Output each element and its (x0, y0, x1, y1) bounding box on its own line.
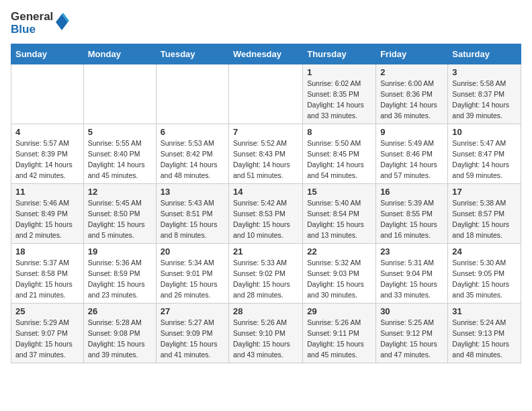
calendar-cell: 22Sunrise: 5:32 AMSunset: 9:03 PMDayligh… (303, 244, 376, 304)
calendar-cell: 31Sunrise: 5:24 AMSunset: 9:13 PMDayligh… (448, 304, 521, 363)
day-number: 8 (307, 127, 371, 137)
day-info: Sunrise: 5:49 AMSunset: 8:46 PMDaylight:… (380, 138, 443, 181)
day-info: Sunrise: 5:34 AMSunset: 9:01 PMDaylight:… (161, 258, 224, 300)
day-number: 10 (452, 127, 517, 137)
day-number: 13 (161, 187, 224, 197)
calendar-cell (156, 64, 228, 124)
day-number: 15 (307, 187, 371, 197)
day-info: Sunrise: 5:53 AMSunset: 8:42 PMDaylight:… (161, 138, 224, 181)
calendar-cell: 19Sunrise: 5:36 AMSunset: 8:59 PMDayligh… (83, 244, 156, 304)
day-info: Sunrise: 5:50 AMSunset: 8:45 PMDaylight:… (307, 138, 371, 181)
day-info: Sunrise: 5:55 AMSunset: 8:40 PMDaylight:… (88, 138, 152, 181)
day-info: Sunrise: 5:58 AMSunset: 8:37 PMDaylight:… (452, 79, 517, 121)
day-info: Sunrise: 5:37 AMSunset: 8:58 PMDaylight:… (15, 258, 79, 300)
day-info: Sunrise: 5:24 AMSunset: 9:13 PMDaylight:… (452, 318, 517, 360)
calendar-cell (229, 64, 303, 124)
calendar-cell: 29Sunrise: 5:26 AMSunset: 9:11 PMDayligh… (303, 304, 376, 363)
day-number: 12 (88, 187, 152, 197)
calendar-cell: 17Sunrise: 5:38 AMSunset: 8:57 PMDayligh… (448, 184, 521, 244)
col-header-thursday: Thursday (303, 44, 376, 64)
calendar-cell: 7Sunrise: 5:52 AMSunset: 8:43 PMDaylight… (229, 124, 303, 184)
page-header: General Blue (11, 11, 521, 36)
day-info: Sunrise: 5:30 AMSunset: 9:05 PMDaylight:… (452, 258, 517, 300)
calendar-cell: 16Sunrise: 5:39 AMSunset: 8:55 PMDayligh… (376, 184, 448, 244)
day-number: 24 (452, 246, 517, 257)
day-number: 27 (161, 306, 224, 316)
svg-marker-0 (56, 14, 68, 30)
col-header-monday: Monday (83, 44, 156, 64)
calendar-cell: 11Sunrise: 5:46 AMSunset: 8:49 PMDayligh… (11, 184, 84, 244)
day-info: Sunrise: 6:02 AMSunset: 8:35 PMDaylight:… (307, 79, 371, 121)
calendar-cell: 26Sunrise: 5:28 AMSunset: 9:08 PMDayligh… (83, 304, 156, 363)
day-info: Sunrise: 5:36 AMSunset: 8:59 PMDaylight:… (88, 258, 152, 300)
day-number: 31 (452, 306, 517, 316)
day-info: Sunrise: 6:00 AMSunset: 8:36 PMDaylight:… (380, 79, 443, 121)
day-info: Sunrise: 5:39 AMSunset: 8:55 PMDaylight:… (380, 198, 443, 240)
calendar-cell: 14Sunrise: 5:42 AMSunset: 8:53 PMDayligh… (229, 184, 303, 244)
day-number: 4 (15, 127, 79, 137)
day-number: 30 (380, 306, 443, 316)
col-header-tuesday: Tuesday (156, 44, 228, 64)
day-info: Sunrise: 5:46 AMSunset: 8:49 PMDaylight:… (15, 198, 79, 240)
calendar-table: SundayMondayTuesdayWednesdayThursdayFrid… (11, 44, 521, 363)
day-info: Sunrise: 5:31 AMSunset: 9:04 PMDaylight:… (380, 258, 443, 300)
day-number: 18 (15, 246, 79, 257)
day-info: Sunrise: 5:38 AMSunset: 8:57 PMDaylight:… (452, 198, 517, 240)
calendar-cell: 28Sunrise: 5:26 AMSunset: 9:10 PMDayligh… (229, 304, 303, 363)
calendar-cell: 5Sunrise: 5:55 AMSunset: 8:40 PMDaylight… (83, 124, 156, 184)
calendar-cell: 10Sunrise: 5:47 AMSunset: 8:47 PMDayligh… (448, 124, 521, 184)
day-number: 17 (452, 187, 517, 197)
day-info: Sunrise: 5:43 AMSunset: 8:51 PMDaylight:… (161, 198, 224, 240)
day-number: 5 (88, 127, 152, 137)
day-number: 21 (233, 246, 298, 257)
day-number: 23 (380, 246, 443, 257)
day-number: 28 (233, 306, 298, 316)
day-info: Sunrise: 5:42 AMSunset: 8:53 PMDaylight:… (233, 198, 298, 240)
col-header-saturday: Saturday (448, 44, 521, 64)
logo-general: General (11, 11, 53, 24)
day-number: 25 (15, 306, 79, 316)
day-info: Sunrise: 5:25 AMSunset: 9:12 PMDaylight:… (380, 318, 443, 360)
day-number: 14 (233, 187, 298, 197)
day-number: 9 (380, 127, 443, 137)
calendar-cell: 12Sunrise: 5:45 AMSunset: 8:50 PMDayligh… (83, 184, 156, 244)
day-number: 26 (88, 306, 152, 316)
day-number: 20 (161, 246, 224, 257)
calendar-cell: 8Sunrise: 5:50 AMSunset: 8:45 PMDaylight… (303, 124, 376, 184)
day-info: Sunrise: 5:26 AMSunset: 9:11 PMDaylight:… (307, 318, 371, 360)
calendar-cell: 1Sunrise: 6:02 AMSunset: 8:35 PMDaylight… (303, 64, 376, 124)
day-number: 7 (233, 127, 298, 137)
day-info: Sunrise: 5:27 AMSunset: 9:09 PMDaylight:… (161, 318, 224, 360)
calendar-cell: 9Sunrise: 5:49 AMSunset: 8:46 PMDaylight… (376, 124, 448, 184)
calendar-cell: 3Sunrise: 5:58 AMSunset: 8:37 PMDaylight… (448, 64, 521, 124)
day-number: 6 (161, 127, 224, 137)
day-info: Sunrise: 5:28 AMSunset: 9:08 PMDaylight:… (88, 318, 152, 360)
day-number: 11 (15, 187, 79, 197)
col-header-wednesday: Wednesday (229, 44, 303, 64)
day-info: Sunrise: 5:32 AMSunset: 9:03 PMDaylight:… (307, 258, 371, 300)
calendar-cell: 21Sunrise: 5:33 AMSunset: 9:02 PMDayligh… (229, 244, 303, 304)
calendar-cell: 2Sunrise: 6:00 AMSunset: 8:36 PMDaylight… (376, 64, 448, 124)
day-info: Sunrise: 5:40 AMSunset: 8:54 PMDaylight:… (307, 198, 371, 240)
day-info: Sunrise: 5:47 AMSunset: 8:47 PMDaylight:… (452, 138, 517, 181)
calendar-cell: 13Sunrise: 5:43 AMSunset: 8:51 PMDayligh… (156, 184, 228, 244)
day-number: 22 (307, 246, 371, 257)
calendar-cell: 20Sunrise: 5:34 AMSunset: 9:01 PMDayligh… (156, 244, 228, 304)
day-number: 2 (380, 67, 443, 77)
calendar-cell (11, 64, 84, 124)
col-header-friday: Friday (376, 44, 448, 64)
calendar-cell: 4Sunrise: 5:57 AMSunset: 8:39 PMDaylight… (11, 124, 84, 184)
calendar-cell: 30Sunrise: 5:25 AMSunset: 9:12 PMDayligh… (376, 304, 448, 363)
calendar-cell: 25Sunrise: 5:29 AMSunset: 9:07 PMDayligh… (11, 304, 84, 363)
calendar-cell: 23Sunrise: 5:31 AMSunset: 9:04 PMDayligh… (376, 244, 448, 304)
day-number: 19 (88, 246, 152, 257)
day-number: 3 (452, 67, 517, 77)
calendar-cell: 24Sunrise: 5:30 AMSunset: 9:05 PMDayligh… (448, 244, 521, 304)
calendar-cell: 27Sunrise: 5:27 AMSunset: 9:09 PMDayligh… (156, 304, 228, 363)
day-number: 29 (307, 306, 371, 316)
day-number: 16 (380, 187, 443, 197)
day-number: 1 (307, 67, 371, 77)
logo-blue: Blue (11, 24, 53, 36)
logo-icon (54, 13, 69, 32)
logo: General Blue (11, 11, 69, 36)
